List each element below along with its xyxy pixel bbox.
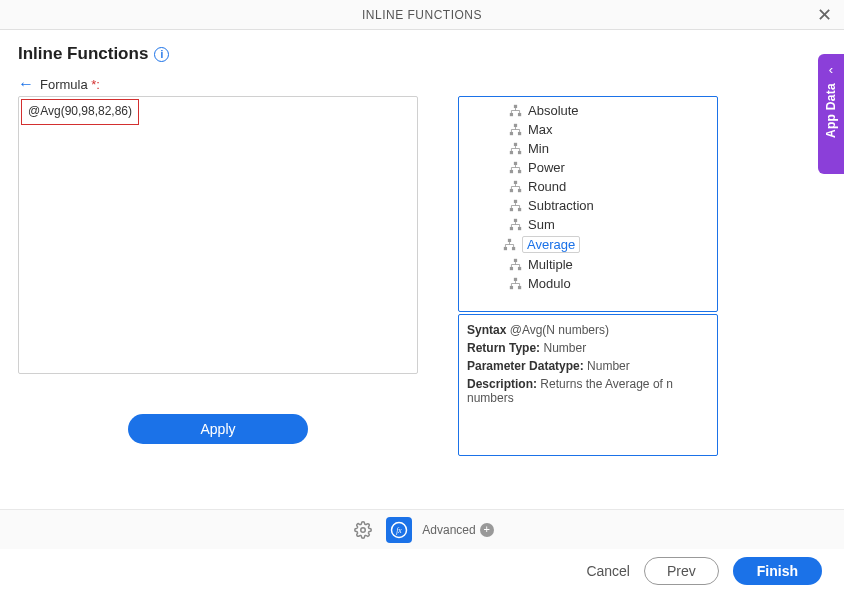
tree-icon [509,199,522,212]
function-name: Sum [528,217,555,232]
function-name: Max [528,122,553,137]
svg-rect-3 [514,124,517,127]
svg-rect-0 [514,105,517,108]
formula-label-text: Formula [40,77,91,92]
svg-rect-11 [518,170,521,173]
svg-rect-6 [514,143,517,146]
function-name: Multiple [528,257,573,272]
tree-icon [509,142,522,155]
tree-icon [509,123,522,136]
modal-title: INLINE FUNCTIONS [362,8,482,22]
function-name: Round [528,179,566,194]
detail-param: Parameter Datatype: Number [467,359,709,373]
function-item-absolute[interactable]: Absolute [459,101,717,120]
plus-icon: + [480,523,494,537]
svg-rect-14 [518,189,521,192]
function-item-average[interactable]: Average [459,234,717,255]
svg-rect-13 [510,189,513,192]
function-item-modulo[interactable]: Modulo [459,274,717,293]
info-icon[interactable]: i [154,47,169,62]
function-name: Average [522,236,580,253]
function-list: AbsoluteMaxMinPowerRoundSubtractionSumAv… [458,96,718,312]
advanced-label: Advanced [422,523,475,537]
function-item-sum[interactable]: Sum [459,215,717,234]
svg-rect-15 [514,200,517,203]
param-value: Number [587,359,630,373]
svg-rect-19 [510,227,513,230]
fx-icon[interactable]: fx [386,517,412,543]
action-row: Cancel Prev Finish [0,549,844,593]
function-item-power[interactable]: Power [459,158,717,177]
side-tab-label: App Data [824,83,838,138]
cancel-button[interactable]: Cancel [586,563,630,579]
svg-rect-8 [518,151,521,154]
svg-rect-1 [510,113,513,116]
formula-label-row: ← Formula *: [18,76,826,92]
tree-icon [509,161,522,174]
right-column: AbsoluteMaxMinPowerRoundSubtractionSumAv… [458,96,718,456]
advanced-toggle[interactable]: Advanced + [422,523,493,537]
svg-rect-24 [514,259,517,262]
detail-return: Return Type: Number [467,341,709,355]
required-indicator: *: [91,77,100,92]
function-item-multiple[interactable]: Multiple [459,255,717,274]
svg-rect-22 [504,247,507,250]
section-title-row: Inline Functions i [18,44,826,64]
finish-button[interactable]: Finish [733,557,822,585]
function-item-max[interactable]: Max [459,120,717,139]
back-arrow-icon[interactable]: ← [18,76,34,92]
formula-textarea[interactable]: @Avg(90,98,82,86) [18,96,418,374]
footer-toolbar: fx Advanced + [0,509,844,549]
svg-rect-10 [510,170,513,173]
syntax-label: Syntax [467,323,506,337]
svg-rect-17 [518,208,521,211]
function-name: Power [528,160,565,175]
function-name: Absolute [528,103,579,118]
chevron-left-icon: ‹ [829,62,833,77]
svg-rect-4 [510,132,513,135]
return-label: Return Type: [467,341,540,355]
tree-icon [509,258,522,271]
detail-syntax: Syntax @Avg(N numbers) [467,323,709,337]
svg-rect-28 [510,286,513,289]
svg-rect-12 [514,181,517,184]
function-item-round[interactable]: Round [459,177,717,196]
svg-rect-7 [510,151,513,154]
close-icon[interactable]: ✕ [813,4,836,26]
return-value: Number [543,341,586,355]
content-area: Inline Functions i ← Formula *: @Avg(90,… [0,30,844,456]
function-name: Modulo [528,276,571,291]
svg-rect-23 [512,247,515,250]
svg-rect-2 [518,113,521,116]
detail-desc: Description: Returns the Average of n nu… [467,377,709,405]
function-name: Subtraction [528,198,594,213]
gear-icon[interactable] [350,517,376,543]
tree-icon [509,218,522,231]
tree-icon [503,238,516,251]
svg-text:fx: fx [397,526,403,535]
svg-rect-9 [514,162,517,165]
syntax-value: @Avg(N numbers) [510,323,609,337]
svg-rect-18 [514,219,517,222]
formula-label: Formula *: [40,77,100,92]
modal-header: INLINE FUNCTIONS ✕ [0,0,844,30]
section-title: Inline Functions [18,44,148,64]
param-label: Parameter Datatype: [467,359,584,373]
svg-rect-26 [518,267,521,270]
apply-button[interactable]: Apply [128,414,308,444]
prev-button[interactable]: Prev [644,557,719,585]
function-item-min[interactable]: Min [459,139,717,158]
tree-icon [509,104,522,117]
formula-value: @Avg(90,98,82,86) [21,99,139,125]
tree-icon [509,180,522,193]
function-name: Min [528,141,549,156]
svg-rect-29 [518,286,521,289]
function-item-subtraction[interactable]: Subtraction [459,196,717,215]
svg-rect-5 [518,132,521,135]
app-data-side-tab[interactable]: ‹ App Data [818,54,844,174]
tree-icon [509,277,522,290]
svg-rect-20 [518,227,521,230]
svg-rect-27 [514,278,517,281]
function-detail: Syntax @Avg(N numbers) Return Type: Numb… [458,314,718,456]
left-column: @Avg(90,98,82,86) Apply [18,96,418,456]
